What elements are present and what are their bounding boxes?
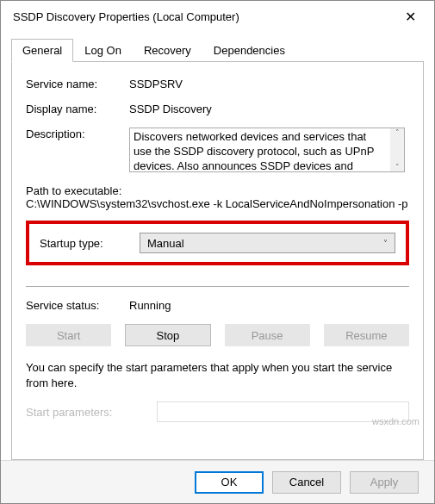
window-title: SSDP Discovery Properties (Local Compute… [13,10,239,23]
service-name-label: Service name: [26,78,129,90]
description-row: Description: Discovers networked devices… [26,128,409,172]
start-params-hint: You can specify the start parameters tha… [26,360,409,391]
start-button[interactable]: Start [26,324,111,346]
tab-general[interactable]: General [11,39,73,62]
tab-strip: General Log On Recovery Dependencies [11,39,424,62]
service-control-buttons: Start Stop Pause Resume [26,324,409,346]
description-text[interactable]: Discovers networked devices and services… [130,128,390,171]
start-params-label: Start parameters: [26,406,146,419]
path-value: C:\WINDOWS\system32\svchost.exe -k Local… [26,197,409,210]
description-box: Discovers networked devices and services… [129,128,405,172]
resume-button[interactable]: Resume [324,324,409,346]
dialog-window: SSDP Discovery Properties (Local Compute… [0,0,435,504]
tab-logon[interactable]: Log On [73,39,133,62]
service-name-value: SSDPSRV [129,78,409,90]
scroll-up-icon[interactable]: ˄ [395,128,400,137]
startup-type-label: Startup type: [40,237,140,250]
chevron-down-icon: ˅ [383,239,388,248]
separator [26,286,409,287]
service-status-label: Service status: [26,299,129,312]
dialog-footer: OK Cancel Apply [1,460,434,503]
ok-button[interactable]: OK [195,471,264,494]
content-area: General Log On Recovery Dependencies Ser… [1,32,434,460]
display-name-row: Display name: SSDP Discovery [26,103,409,115]
display-name-label: Display name: [26,103,129,115]
tab-body: Service name: SSDPSRV Display name: SSDP… [11,61,424,460]
startup-type-highlight: Startup type: Manual ˅ [26,221,409,265]
cancel-button[interactable]: Cancel [272,471,341,494]
close-icon: ✕ [405,9,416,25]
startup-type-combo[interactable]: Manual ˅ [140,233,395,253]
start-params-row: Start parameters: [26,401,409,422]
scroll-down-icon[interactable]: ˅ [395,163,400,171]
pause-button[interactable]: Pause [225,324,310,346]
tab-dependencies[interactable]: Dependencies [202,39,296,62]
service-name-row: Service name: SSDPSRV [26,78,409,90]
tab-recovery[interactable]: Recovery [133,39,202,62]
close-button[interactable]: ✕ [393,3,427,29]
apply-button[interactable]: Apply [350,471,419,494]
titlebar: SSDP Discovery Properties (Local Compute… [1,1,434,32]
startup-type-value: Manual [147,237,184,250]
path-section: Path to executable: C:\WINDOWS\system32\… [26,184,409,210]
watermark: wsxdn.com [372,416,419,426]
description-scrollbar[interactable]: ˄ ˅ [390,128,404,171]
service-status-row: Service status: Running [26,299,409,312]
display-name-value: SSDP Discovery [129,103,409,115]
description-label: Description: [26,128,129,140]
path-label: Path to executable: [26,184,409,197]
stop-button[interactable]: Stop [125,324,210,346]
service-status-value: Running [129,299,409,312]
